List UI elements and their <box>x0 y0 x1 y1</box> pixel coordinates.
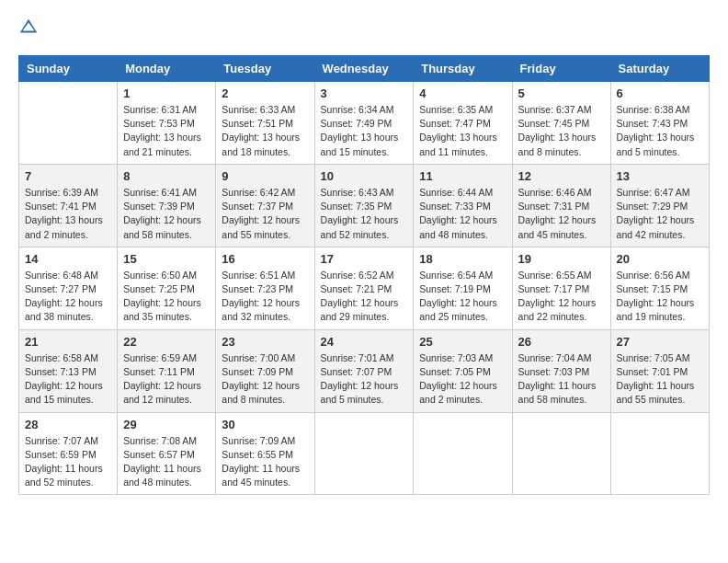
day-number: 9 <box>222 169 308 183</box>
calendar-cell: 6Sunrise: 6:38 AMSunset: 7:43 PMDaylight… <box>610 82 709 165</box>
day-number: 3 <box>321 86 408 100</box>
day-number: 10 <box>321 169 408 183</box>
day-info: Sunrise: 6:37 AMSunset: 7:45 PMDaylight:… <box>518 103 605 159</box>
day-info: Sunrise: 7:09 AMSunset: 6:55 PMDaylight:… <box>222 434 308 490</box>
calendar-cell <box>19 82 118 165</box>
day-info: Sunrise: 6:48 AMSunset: 7:27 PMDaylight:… <box>25 269 111 325</box>
day-number: 16 <box>222 252 308 266</box>
day-number: 18 <box>419 252 506 266</box>
calendar-cell: 8Sunrise: 6:41 AMSunset: 7:39 PMDaylight… <box>118 164 216 247</box>
day-number: 5 <box>518 86 605 100</box>
logo <box>18 18 40 40</box>
calendar-cell: 14Sunrise: 6:48 AMSunset: 7:27 PMDayligh… <box>19 247 118 329</box>
calendar-cell: 16Sunrise: 6:51 AMSunset: 7:23 PMDayligh… <box>216 247 314 329</box>
calendar-header-row: SundayMondayTuesdayWednesdayThursdayFrid… <box>19 56 710 82</box>
day-number: 23 <box>222 335 308 349</box>
day-info: Sunrise: 6:42 AMSunset: 7:37 PMDaylight:… <box>222 186 308 242</box>
day-number: 12 <box>518 169 605 183</box>
day-info: Sunrise: 6:44 AMSunset: 7:33 PMDaylight:… <box>419 186 506 242</box>
day-header-tuesday: Tuesday <box>216 56 314 82</box>
day-number: 19 <box>518 252 605 266</box>
day-info: Sunrise: 7:08 AMSunset: 6:57 PMDaylight:… <box>123 434 210 490</box>
day-number: 27 <box>617 335 703 349</box>
day-info: Sunrise: 6:33 AMSunset: 7:51 PMDaylight:… <box>222 103 308 159</box>
day-info: Sunrise: 6:56 AMSunset: 7:15 PMDaylight:… <box>617 269 703 325</box>
day-number: 25 <box>419 335 506 349</box>
page-header <box>18 18 710 40</box>
day-info: Sunrise: 6:39 AMSunset: 7:41 PMDaylight:… <box>25 186 111 242</box>
calendar-cell <box>414 412 512 495</box>
day-info: Sunrise: 6:31 AMSunset: 7:53 PMDaylight:… <box>123 103 210 159</box>
calendar-cell: 28Sunrise: 7:07 AMSunset: 6:59 PMDayligh… <box>19 412 118 495</box>
day-number: 6 <box>617 86 703 100</box>
calendar-week-row: 1Sunrise: 6:31 AMSunset: 7:53 PMDaylight… <box>19 82 710 165</box>
day-number: 28 <box>25 418 111 431</box>
calendar-cell: 15Sunrise: 6:50 AMSunset: 7:25 PMDayligh… <box>118 247 216 329</box>
day-info: Sunrise: 6:59 AMSunset: 7:11 PMDaylight:… <box>123 351 210 408</box>
calendar-cell <box>610 412 709 495</box>
calendar-cell: 17Sunrise: 6:52 AMSunset: 7:21 PMDayligh… <box>314 247 414 329</box>
day-info: Sunrise: 6:46 AMSunset: 7:31 PMDaylight:… <box>518 186 605 242</box>
day-number: 1 <box>123 86 210 100</box>
calendar-cell: 29Sunrise: 7:08 AMSunset: 6:57 PMDayligh… <box>118 412 216 495</box>
day-number: 22 <box>123 335 210 349</box>
day-info: Sunrise: 6:54 AMSunset: 7:19 PMDaylight:… <box>419 269 506 325</box>
calendar-cell: 18Sunrise: 6:54 AMSunset: 7:19 PMDayligh… <box>414 247 512 329</box>
calendar-cell: 5Sunrise: 6:37 AMSunset: 7:45 PMDaylight… <box>512 82 610 165</box>
day-number: 29 <box>123 418 210 431</box>
day-info: Sunrise: 7:07 AMSunset: 6:59 PMDaylight:… <box>25 434 111 490</box>
calendar-cell: 9Sunrise: 6:42 AMSunset: 7:37 PMDaylight… <box>216 164 314 247</box>
day-info: Sunrise: 6:43 AMSunset: 7:35 PMDaylight:… <box>321 186 408 242</box>
day-info: Sunrise: 6:58 AMSunset: 7:13 PMDaylight:… <box>25 351 111 408</box>
day-number: 21 <box>25 335 111 349</box>
day-info: Sunrise: 7:04 AMSunset: 7:03 PMDaylight:… <box>518 351 605 408</box>
day-number: 20 <box>617 252 703 266</box>
day-info: Sunrise: 7:00 AMSunset: 7:09 PMDaylight:… <box>222 351 308 408</box>
calendar-cell: 23Sunrise: 7:00 AMSunset: 7:09 PMDayligh… <box>216 329 314 412</box>
day-header-sunday: Sunday <box>19 56 118 82</box>
calendar-cell: 27Sunrise: 7:05 AMSunset: 7:01 PMDayligh… <box>610 329 709 412</box>
day-info: Sunrise: 6:51 AMSunset: 7:23 PMDaylight:… <box>222 269 308 325</box>
calendar-week-row: 14Sunrise: 6:48 AMSunset: 7:27 PMDayligh… <box>19 247 710 329</box>
logo-icon <box>18 17 39 37</box>
day-info: Sunrise: 7:01 AMSunset: 7:07 PMDaylight:… <box>321 351 408 408</box>
calendar-cell: 12Sunrise: 6:46 AMSunset: 7:31 PMDayligh… <box>512 164 610 247</box>
calendar-cell: 22Sunrise: 6:59 AMSunset: 7:11 PMDayligh… <box>118 329 216 412</box>
calendar-cell: 25Sunrise: 7:03 AMSunset: 7:05 PMDayligh… <box>414 329 512 412</box>
calendar-cell: 2Sunrise: 6:33 AMSunset: 7:51 PMDaylight… <box>216 82 314 165</box>
day-number: 26 <box>518 335 605 349</box>
calendar-cell: 7Sunrise: 6:39 AMSunset: 7:41 PMDaylight… <box>19 164 118 247</box>
calendar-cell: 24Sunrise: 7:01 AMSunset: 7:07 PMDayligh… <box>314 329 414 412</box>
day-header-friday: Friday <box>512 56 610 82</box>
day-header-wednesday: Wednesday <box>314 56 414 82</box>
calendar-cell: 30Sunrise: 7:09 AMSunset: 6:55 PMDayligh… <box>216 412 314 495</box>
day-header-monday: Monday <box>118 56 216 82</box>
day-info: Sunrise: 6:47 AMSunset: 7:29 PMDaylight:… <box>617 186 703 242</box>
day-number: 17 <box>321 252 408 266</box>
day-info: Sunrise: 6:50 AMSunset: 7:25 PMDaylight:… <box>123 269 210 325</box>
day-info: Sunrise: 7:03 AMSunset: 7:05 PMDaylight:… <box>419 351 506 408</box>
day-number: 24 <box>321 335 408 349</box>
day-info: Sunrise: 6:34 AMSunset: 7:49 PMDaylight:… <box>321 103 408 159</box>
calendar-week-row: 21Sunrise: 6:58 AMSunset: 7:13 PMDayligh… <box>19 329 710 412</box>
day-number: 14 <box>25 252 111 266</box>
day-info: Sunrise: 6:35 AMSunset: 7:47 PMDaylight:… <box>419 103 506 159</box>
calendar-week-row: 28Sunrise: 7:07 AMSunset: 6:59 PMDayligh… <box>19 412 710 495</box>
calendar-cell: 4Sunrise: 6:35 AMSunset: 7:47 PMDaylight… <box>414 82 512 165</box>
day-header-saturday: Saturday <box>610 56 709 82</box>
day-number: 7 <box>25 169 111 183</box>
calendar-cell: 20Sunrise: 6:56 AMSunset: 7:15 PMDayligh… <box>610 247 709 329</box>
calendar-cell: 19Sunrise: 6:55 AMSunset: 7:17 PMDayligh… <box>512 247 610 329</box>
day-number: 11 <box>419 169 506 183</box>
day-number: 4 <box>419 86 506 100</box>
calendar-cell: 26Sunrise: 7:04 AMSunset: 7:03 PMDayligh… <box>512 329 610 412</box>
day-number: 30 <box>222 418 308 431</box>
calendar-cell: 11Sunrise: 6:44 AMSunset: 7:33 PMDayligh… <box>414 164 512 247</box>
day-info: Sunrise: 6:41 AMSunset: 7:39 PMDaylight:… <box>123 186 210 242</box>
calendar-cell: 1Sunrise: 6:31 AMSunset: 7:53 PMDaylight… <box>118 82 216 165</box>
day-number: 2 <box>222 86 308 100</box>
calendar-week-row: 7Sunrise: 6:39 AMSunset: 7:41 PMDaylight… <box>19 164 710 247</box>
day-header-thursday: Thursday <box>414 56 512 82</box>
calendar-cell <box>314 412 414 495</box>
day-number: 8 <box>123 169 210 183</box>
